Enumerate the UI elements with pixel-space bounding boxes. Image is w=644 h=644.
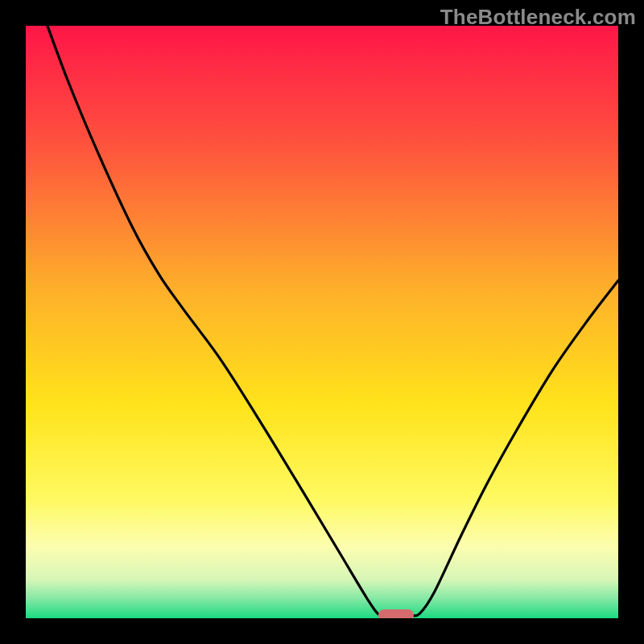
watermark-text: TheBottleneck.com bbox=[440, 5, 636, 30]
bottleneck-curve bbox=[26, 26, 618, 618]
optimal-marker bbox=[378, 609, 414, 618]
chart-frame: TheBottleneck.com bbox=[0, 0, 644, 644]
plot-area bbox=[26, 26, 618, 618]
